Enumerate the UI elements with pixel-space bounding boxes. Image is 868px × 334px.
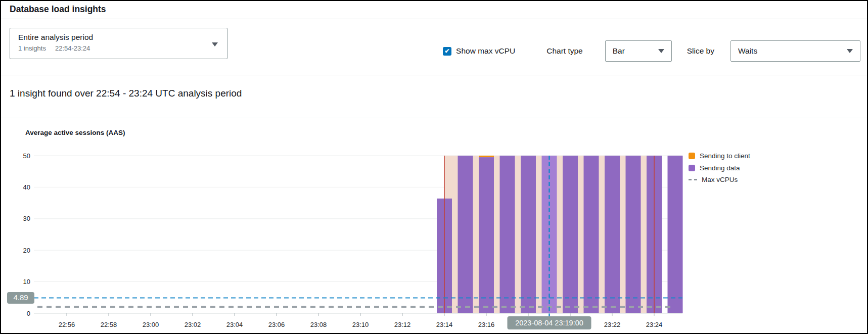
chart-legend: Sending to client Sending data Max vCPUs	[689, 150, 750, 186]
y-tick-label: 0	[27, 310, 30, 317]
x-tick-label: 23:10	[352, 321, 369, 328]
x-tick-label: 23:12	[394, 321, 411, 328]
bar-23:22[interactable]	[605, 156, 620, 313]
x-tick-label: 23:02	[185, 321, 201, 328]
x-tick-label: 23:00	[143, 321, 159, 328]
y-tick-label: 50	[23, 152, 30, 160]
bar-23:18[interactable]	[521, 156, 536, 313]
legend-item: Sending data	[689, 162, 750, 174]
legend-label: Max vCPUs	[702, 176, 738, 183]
x-tick-label: 22:58	[101, 321, 117, 328]
y-tick-label: 40	[23, 183, 30, 191]
y-tick-label: 20	[23, 247, 30, 254]
x-tick-label: 22:56	[59, 321, 75, 328]
crosshair-tooltip-text: 2023-08-04 23:19:00	[515, 319, 583, 327]
legend-item: Sending to client	[689, 150, 750, 162]
legend-dash-icon	[689, 179, 697, 180]
y-tick-label: 10	[23, 278, 30, 285]
bar-23:16[interactable]	[479, 157, 494, 313]
bar-23:23[interactable]	[626, 156, 641, 313]
x-tick-label: 23:16	[478, 321, 495, 328]
load-average-badge-value: 4.89	[13, 293, 28, 302]
x-tick-label: 23:08	[310, 321, 327, 328]
bar-23:15[interactable]	[458, 156, 473, 313]
x-tick-label: 23:22	[604, 321, 621, 328]
bar-cap-23:16[interactable]	[479, 156, 494, 157]
legend-label: Sending data	[700, 164, 740, 172]
x-tick-label: 23:24	[646, 321, 663, 328]
legend-item: Max vCPUs	[689, 174, 750, 186]
y-tick-label: 30	[23, 215, 30, 222]
database-load-insights-panel: Database load insights Entire analysis p…	[0, 0, 868, 334]
bar-23:21[interactable]	[584, 156, 599, 313]
bar-23:25[interactable]	[668, 156, 683, 313]
x-tick-label: 23:04	[226, 321, 243, 328]
legend-swatch-icon	[689, 153, 695, 159]
bar-23:17[interactable]	[500, 156, 515, 313]
x-tick-label: 23:14	[436, 321, 453, 328]
bar-23:20[interactable]	[563, 156, 578, 313]
legend-swatch-icon	[689, 165, 695, 171]
legend-label: Sending to client	[700, 152, 750, 160]
x-tick-label: 23:06	[268, 321, 285, 328]
